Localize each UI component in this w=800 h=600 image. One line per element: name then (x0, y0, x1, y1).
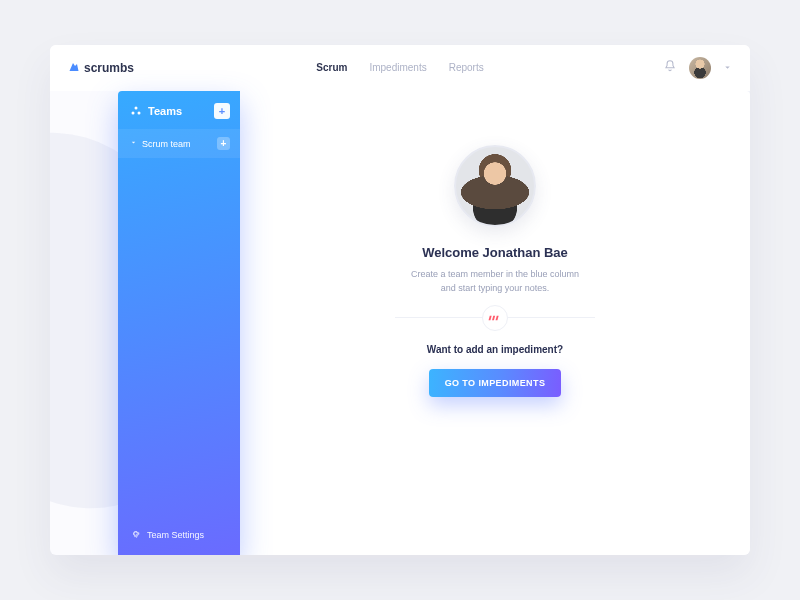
team-settings-label: Team Settings (147, 530, 204, 540)
sidebar-title: Teams (148, 105, 182, 117)
subtext-line-1: Create a team member in the blue column (411, 269, 579, 279)
teams-sidebar: Teams + Scrum team + Team Settings (118, 91, 240, 555)
app-window: scrumbs Scrum Impediments Reports Teams (50, 45, 750, 555)
notifications-icon[interactable] (663, 59, 677, 77)
welcome-subtext: Create a team member in the blue column … (411, 268, 579, 295)
subtext-line-2: and start typing your notes. (441, 283, 550, 293)
welcome-heading: Welcome Jonathan Bae (422, 245, 568, 260)
svg-point-0 (135, 107, 138, 110)
brand: scrumbs (68, 61, 134, 76)
main-nav: Scrum Impediments Reports (316, 62, 483, 75)
user-avatar-small[interactable] (689, 57, 711, 79)
topbar-right (663, 57, 732, 79)
svg-rect-4 (492, 315, 495, 320)
gear-icon (130, 528, 141, 541)
svg-rect-3 (489, 315, 492, 320)
app-body: Teams + Scrum team + Team Settings Welco… (50, 91, 750, 555)
main-panel: Welcome Jonathan Bae Create a team membe… (240, 91, 750, 555)
sidebar-item-label: Scrum team (142, 139, 191, 149)
add-member-button[interactable]: + (217, 137, 230, 150)
nav-reports[interactable]: Reports (449, 62, 484, 75)
svg-point-2 (138, 112, 141, 115)
brand-logo-icon (68, 61, 80, 76)
impediment-icon (482, 305, 508, 331)
impediment-prompt: Want to add an impediment? (427, 344, 563, 355)
user-avatar-large (454, 145, 536, 227)
topbar: scrumbs Scrum Impediments Reports (50, 45, 750, 91)
add-team-button[interactable]: + (214, 103, 230, 119)
brand-name: scrumbs (84, 61, 134, 75)
svg-rect-5 (496, 315, 499, 320)
teams-icon (130, 105, 142, 117)
nav-scrum[interactable]: Scrum (316, 62, 347, 75)
nav-impediments[interactable]: Impediments (369, 62, 426, 75)
go-to-impediments-button[interactable]: GO TO IMPEDIMENTS (429, 369, 562, 397)
svg-point-1 (132, 112, 135, 115)
section-divider (395, 317, 595, 318)
sidebar-item-scrum-team[interactable]: Scrum team + (118, 129, 240, 158)
chevron-down-icon (130, 139, 137, 148)
team-settings-link[interactable]: Team Settings (118, 516, 240, 555)
sidebar-header: Teams + (118, 91, 240, 129)
left-gutter (50, 91, 118, 555)
user-menu-chevron-icon[interactable] (723, 63, 732, 74)
